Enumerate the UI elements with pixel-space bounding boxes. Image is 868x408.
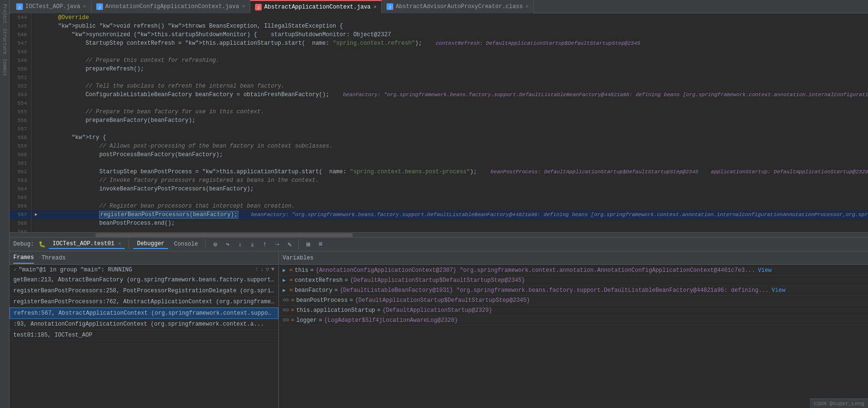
gutter-cell [31, 159, 41, 168]
thread-more-button[interactable]: ▼ [271, 266, 275, 273]
tab-label: AnnotationConfigApplicationContext.java [105, 3, 239, 10]
variable-row[interactable]: oo =this.applicationStartup = {DefaultAp… [279, 306, 868, 316]
thread-filter-button[interactable]: ▽ [266, 266, 269, 273]
step-into-button[interactable]: ↓ [235, 239, 245, 249]
tab-close-button[interactable]: × [242, 4, 245, 10]
structure-icon[interactable]: Structure [1, 27, 8, 56]
step-out-button[interactable]: ↑ [259, 239, 270, 249]
thread-down-button[interactable]: ↓ [260, 266, 264, 273]
frame-item[interactable]: registerBeanPostProcessors:762, Abstract… [10, 297, 278, 308]
code-row: 556 prepareBeanFactory(beanFactory); [10, 116, 868, 125]
var-view-link[interactable]: View [758, 267, 772, 274]
line-number: 565 [10, 193, 31, 202]
var-expand-icon[interactable]: ▶ [283, 267, 287, 273]
code-content: prepareRefresh(); [41, 65, 868, 73]
gutter-cell [31, 142, 41, 150]
frames-tab[interactable]: Frames [13, 252, 34, 264]
tab-tab2[interactable]: JAnnotationConfigApplicationContext.java… [92, 0, 250, 13]
debug-session-tab[interactable]: IOCTest_AOP.test01 × [49, 239, 125, 249]
var-expand-icon[interactable]: ▶ [283, 277, 287, 283]
code-row: 557 [10, 125, 868, 133]
horizontal-scrollbar[interactable] [10, 232, 868, 237]
force-step-into-button[interactable]: ⇓ [247, 239, 257, 249]
code-row: 549 // Prepare this context for refreshi… [10, 56, 868, 65]
frame-item[interactable]: :93, AnnotationConfigApplicationContext … [10, 319, 278, 330]
thread-label: "main"@1 in group "main": RUNNING [19, 267, 132, 273]
code-content [41, 193, 868, 202]
gutter-cell [31, 133, 41, 142]
var-expand-icon: oo [283, 307, 289, 313]
code-content: StartupStep beanPostProcess = "kw">this.… [41, 168, 868, 176]
code-row: 566 // Register bean processors that int… [10, 202, 868, 210]
frame-item[interactable]: test01:185, IOCTest_AOP [10, 330, 278, 341]
run-to-cursor-button[interactable]: → [272, 239, 282, 249]
line-number: 548 [10, 48, 31, 56]
code-content: // Prepare the bean factory for use in t… [41, 108, 868, 116]
variables-list[interactable]: ▶ =this = {AnnotationConfigApplicationCo… [279, 265, 868, 408]
gutter-cell [31, 125, 41, 133]
line-number: 551 [10, 73, 31, 82]
gutter-cell [31, 108, 41, 116]
status-text: CSDN @Super_Leng [814, 401, 864, 407]
thread-up-button[interactable]: ↑ [255, 266, 258, 273]
code-row: 552 // Tell the subclass to refresh the … [10, 82, 868, 90]
console-tab[interactable]: Console [170, 240, 202, 249]
commit-icon[interactable]: Commit [1, 57, 8, 78]
var-view-link[interactable]: View [772, 287, 786, 294]
variable-row[interactable]: ▶ =contextRefresh = {DefaultApplicationS… [279, 276, 868, 286]
code-row: 550 prepareRefresh(); [10, 65, 868, 73]
status-bar: CSDN @Super_Leng [810, 398, 868, 408]
step-over-button[interactable]: ↷ [222, 239, 233, 249]
project-icon[interactable]: Project [1, 2, 8, 26]
line-number: 558 [10, 133, 31, 142]
code-row: 558 "kw">try { [10, 133, 868, 142]
evaluate-button[interactable]: ✎ [284, 239, 295, 249]
line-number: 546 [10, 30, 31, 39]
frame-item[interactable]: ✓ "main"@1 in group "main": RUNNING ↑↓▽▼ [10, 265, 278, 275]
svg-text:J: J [18, 5, 20, 10]
var-value: {DefaultListableBeanFactory@1931} "org.s… [340, 287, 769, 294]
variables-header: Variables [279, 251, 868, 265]
show-exec-point-button[interactable]: ⊙ [210, 239, 220, 249]
var-equals: = [349, 297, 353, 304]
debug-session-close[interactable]: × [118, 241, 122, 247]
variable-row[interactable]: oo =logger = {LogAdapter$Slf4jLocationAw… [279, 316, 868, 326]
line-number: 557 [10, 125, 31, 133]
debugger-tab[interactable]: Debugger [133, 239, 168, 249]
line-number: 564 [10, 185, 31, 193]
tab-tab1[interactable]: JIOCTest_AOP.java× [11, 0, 92, 13]
gutter-cell: ➤ [31, 210, 41, 219]
threads-tab[interactable]: Threads [41, 253, 65, 263]
tab-close-button[interactable]: × [83, 4, 86, 10]
gutter-cell [31, 168, 41, 176]
line-number: 560 [10, 150, 31, 159]
svg-text:J: J [257, 6, 260, 10]
code-scroll[interactable]: 544 @Override545 "kw">public "kw">void r… [10, 13, 868, 232]
frame-item[interactable]: refresh:567, AbstractApplicationContext … [10, 308, 278, 319]
var-equals: = [334, 287, 337, 294]
variable-row[interactable]: ▶ =beanFactory = {DefaultListableBeanFac… [279, 286, 868, 296]
tab-file-icon: J [387, 3, 393, 10]
frame-item[interactable]: registerBeanPostProcessors:258, PostProc… [10, 286, 278, 297]
tab-close-button[interactable]: × [374, 4, 377, 10]
code-content: "kw">try { [41, 133, 868, 142]
tab-tab4[interactable]: JAbstractAdvisorAutoProxyCreator.class× [382, 0, 534, 13]
code-row: 551 [10, 73, 868, 82]
frame-item[interactable]: getBean:213, AbstractBeanFactory (org.sp… [10, 275, 278, 286]
code-row: 555 // Prepare the bean factory for use … [10, 108, 868, 116]
settings-button[interactable]: ≡ [315, 239, 326, 249]
variable-row[interactable]: ▶ =this = {AnnotationConfigApplicationCo… [279, 266, 868, 276]
code-content: invokeBeanFactoryPostProcessors(beanFact… [41, 185, 868, 193]
gutter-cell [31, 48, 41, 56]
frames-list[interactable]: ✓ "main"@1 in group "main": RUNNING ↑↓▽▼… [10, 265, 278, 408]
tab-close-button[interactable]: × [526, 4, 529, 10]
tab-tab3[interactable]: JAbstractApplicationContext.java× [250, 0, 382, 13]
var-expand-icon[interactable]: ▶ [283, 287, 287, 293]
gutter-cell [31, 185, 41, 193]
table-button[interactable]: ⊞ [303, 239, 313, 249]
frame-text: getBean:213, AbstractBeanFactory (org.sp… [13, 277, 278, 283]
variable-row[interactable]: oo =beanPostProcess = {DefaultApplicatio… [279, 296, 868, 306]
code-content: // Prepare this context for refreshing. [41, 56, 868, 65]
toolbar-sep2 [205, 239, 206, 249]
thread-check-icon: ✓ [13, 266, 17, 273]
